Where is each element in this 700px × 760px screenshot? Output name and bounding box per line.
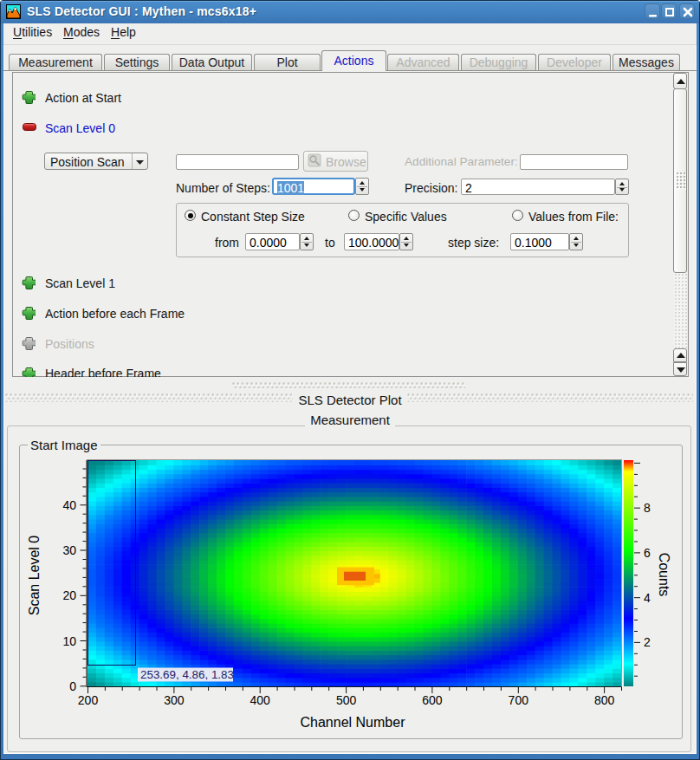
svg-text:Scan Level 0: Scan Level 0	[27, 536, 42, 616]
svg-text:30: 30	[62, 543, 76, 557]
svg-text:2: 2	[644, 635, 651, 649]
svg-text:20: 20	[62, 588, 76, 602]
svg-text:8: 8	[644, 501, 651, 515]
svg-text:700: 700	[509, 693, 529, 707]
svg-text:6: 6	[644, 546, 651, 560]
svg-text:4: 4	[644, 591, 651, 605]
svg-text:Counts: Counts	[657, 553, 671, 597]
svg-text:800: 800	[594, 693, 615, 707]
svg-text:300: 300	[164, 693, 185, 707]
svg-text:Channel Number: Channel Number	[301, 715, 406, 730]
svg-text:600: 600	[422, 693, 443, 707]
svg-text:40: 40	[62, 498, 76, 512]
svg-text:500: 500	[336, 693, 357, 707]
svg-text:253.69, 4.86, 1.83: 253.69, 4.86, 1.83	[140, 668, 234, 681]
svg-text:10: 10	[62, 634, 76, 648]
svg-text:200: 200	[78, 693, 99, 707]
svg-text:400: 400	[250, 693, 271, 707]
svg-text:0: 0	[69, 679, 76, 693]
